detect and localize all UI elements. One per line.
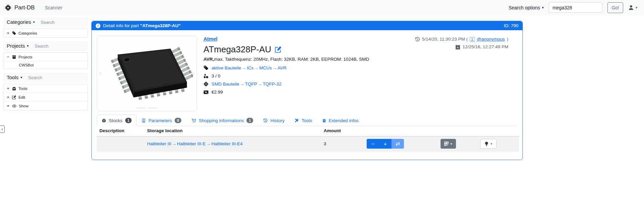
chevron-left-icon: ‹: [2, 127, 3, 132]
carousel-prev-icon[interactable]: ‹: [99, 69, 101, 78]
path-link[interactable]: Halbleiter III-E4: [212, 141, 243, 146]
tree-expander[interactable]: +: [6, 103, 10, 108]
stock-row[interactable]: Halbleiter III→Halbleiter III-E→Halbleit…: [97, 137, 519, 151]
tree-item-projects[interactable]: −Projects: [3, 53, 88, 61]
amount-button-group: − + ⇄: [367, 139, 404, 149]
sidebar-section-title[interactable]: Projects▾: [7, 43, 29, 49]
swap-arrows-icon: ⇄: [396, 141, 400, 147]
tree-item-label: Edit: [18, 95, 25, 99]
chevron-down-icon: ▾: [33, 20, 35, 24]
microchip-logo-icon: [5, 4, 11, 11]
tab-shopping-informations[interactable]: Shopping informations1: [186, 115, 258, 126]
arrow-right-icon: →: [257, 82, 263, 87]
modified-suffix: ): [507, 36, 509, 43]
tree-item-show[interactable]: +Show: [3, 101, 88, 110]
history-clock-icon: [415, 37, 420, 42]
move-stock-button[interactable]: ⇄: [392, 139, 404, 149]
sidebar-section-title[interactable]: Categories▾: [7, 19, 35, 25]
path-link[interactable]: Halbleiter III-E: [177, 141, 206, 146]
footprint-path: SMD Bauteile→TQFP→TQFP-32: [212, 82, 281, 87]
user-avatar-icon: [470, 37, 475, 42]
clipboard-icon: [322, 118, 326, 123]
tab-stocks[interactable]: Stocks1: [97, 115, 137, 126]
arrow-right-icon: →: [206, 141, 212, 146]
part-title: ATmega328P-AU: [203, 44, 271, 55]
chevron-down-icon: ▾: [491, 142, 492, 146]
tree-item-cwsbot[interactable]: CWSBot: [3, 61, 88, 69]
path-link[interactable]: TQFP: [245, 82, 257, 87]
tab-label: Tools: [302, 118, 312, 123]
storage-location-path: Halbleiter III→Halbleiter III-E→Halbleit…: [147, 141, 243, 146]
tab-count-badge: 1: [246, 118, 253, 123]
lightbulb-dropdown-button[interactable]: ▾: [480, 139, 497, 149]
tree-expander[interactable]: +: [6, 31, 10, 36]
qr-code-dropdown-button[interactable]: ▾: [441, 139, 456, 149]
shapes-icon: [203, 73, 209, 79]
qr-code-icon: [444, 142, 449, 146]
arrow-right-icon: →: [239, 82, 245, 87]
tab-tools[interactable]: Tools: [289, 115, 317, 126]
path-link[interactable]: AVR: [278, 65, 287, 70]
tree-item-label: Tools: [18, 87, 28, 91]
arrow-right-icon: →: [241, 65, 247, 70]
tree-item-categories[interactable]: +Categories: [3, 29, 88, 37]
sidebar-search-input[interactable]: [40, 19, 77, 25]
history-icon: [263, 118, 268, 123]
part-image-chip: [100, 39, 193, 108]
tree-expander[interactable]: +: [6, 86, 10, 91]
tree-expander[interactable]: −: [6, 54, 10, 59]
sidebar-tree-tools: +Tools+Edit+Show: [3, 84, 88, 110]
user-menu[interactable]: ▾: [628, 5, 637, 10]
path-link[interactable]: MCUs: [259, 65, 272, 70]
tree-expander[interactable]: +: [6, 95, 10, 100]
part-image-carousel[interactable]: ‹ ›: [97, 36, 197, 111]
sidebar-collapse-handle[interactable]: ‹: [0, 125, 5, 133]
tree-item-tools[interactable]: +Tools: [3, 84, 88, 93]
path-link[interactable]: Halbleiter III: [147, 141, 171, 146]
sidebar-tree-categories: +Categories: [3, 29, 88, 38]
tree-item-label: Categories: [18, 31, 37, 35]
top-navbar: Part-DB Scanner Search options ▾ Go! ▾: [0, 0, 644, 15]
carousel-next-icon[interactable]: ›: [192, 69, 194, 78]
calendar-plus-icon: [455, 45, 460, 50]
stocks-table: DescriptionStorage locationAmount Halble…: [97, 126, 519, 151]
box-icon: [102, 118, 106, 123]
tags-icon: [12, 31, 16, 35]
decrease-amount-button[interactable]: −: [367, 139, 379, 149]
tab-count-badge: 0: [175, 118, 181, 123]
part-description: max. Taktfrequenz: 20MHz, Flash: 32KB, R…: [214, 57, 369, 62]
part-detail-header: i Detail info for part "ATmega328P-AU" I…: [92, 21, 522, 30]
edit-part-icon[interactable]: [275, 46, 281, 53]
sidebar-section-title[interactable]: Tools▾: [7, 74, 22, 80]
path-link[interactable]: SMD Bauteile: [212, 82, 239, 87]
path-link[interactable]: TQFP-32: [263, 82, 282, 87]
arrow-right-icon: →: [272, 65, 278, 70]
tree-item-edit[interactable]: +Edit: [3, 93, 88, 101]
part-tabs: Stocks1Parameters0Shopping informations1…: [97, 115, 517, 126]
path-link[interactable]: aktive Bauteile: [212, 65, 241, 70]
increase-amount-button[interactable]: +: [379, 139, 392, 149]
app-brand[interactable]: Part-DB: [5, 4, 35, 11]
modified-user-link[interactable]: @anonymous: [477, 36, 505, 43]
search-go-button[interactable]: Go!: [607, 2, 623, 13]
tab-parameters[interactable]: Parameters0: [137, 115, 186, 126]
search-options-dropdown[interactable]: Search options ▾: [509, 5, 544, 10]
search-options-label: Search options: [509, 5, 540, 10]
edit-icon: [12, 95, 16, 99]
tab-history[interactable]: History: [258, 115, 289, 126]
sidebar-search-input[interactable]: [34, 43, 71, 49]
sidebar-section-header-categories: Categories▾: [3, 17, 88, 27]
manufacturer-link[interactable]: Atmel: [203, 36, 218, 42]
carousel-indicators[interactable]: [137, 107, 157, 108]
nav-item-scanner[interactable]: Scanner: [45, 5, 62, 10]
tag-icon: [203, 65, 209, 70]
sidebar-search-input[interactable]: [28, 75, 64, 81]
tab-extended-infos[interactable]: Extended infos: [317, 115, 364, 126]
global-search-input[interactable]: [549, 2, 602, 13]
part-description-bold: AVR,: [203, 57, 214, 62]
sidebar-tree-projects: −ProjectsCWSBot: [3, 52, 88, 69]
plus-icon: +: [384, 141, 387, 147]
path-link[interactable]: ICs: [247, 65, 254, 70]
arrow-right-icon: →: [171, 141, 177, 146]
chevron-down-icon: ▾: [20, 76, 22, 79]
